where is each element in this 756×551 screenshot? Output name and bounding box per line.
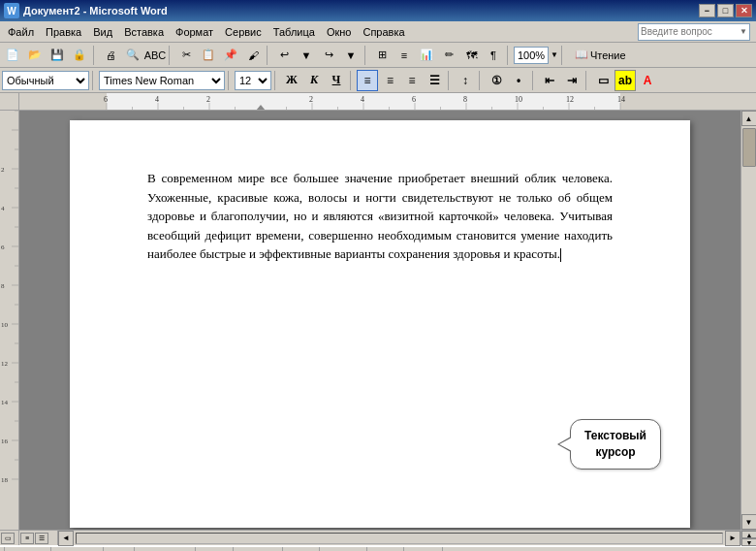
align-left-button[interactable]: ≡: [357, 70, 378, 91]
italic-button[interactable]: К: [303, 70, 325, 91]
document-text[interactable]: В современном мире все большее значение …: [147, 169, 613, 264]
new-button[interactable]: 📄: [2, 45, 23, 66]
increase-indent-button[interactable]: ⇥: [561, 70, 583, 91]
horizontal-scroll-area[interactable]: ◄ ►: [58, 531, 740, 545]
drawing-button[interactable]: ✏: [438, 45, 459, 66]
menu-format[interactable]: Формат: [170, 24, 219, 40]
menu-help[interactable]: Справка: [357, 24, 410, 40]
callout-container: Текстовыйкурсор: [570, 419, 661, 470]
open-button[interactable]: 📂: [24, 45, 46, 66]
search-box[interactable]: ▼: [638, 23, 750, 41]
permission-button[interactable]: 🔒: [69, 45, 90, 66]
scroll-right-button[interactable]: ►: [725, 531, 740, 546]
reading-button[interactable]: 📖 Чтение: [568, 46, 633, 64]
zoom-input[interactable]: [514, 47, 549, 64]
save-button[interactable]: 💾: [47, 45, 68, 66]
search-dropdown-icon[interactable]: ▼: [740, 27, 747, 36]
toolbar-standard: 📄 📂 💾 🔒 🖨 🔍 ABC ✂ 📋 📌 🖌 ↩ ▼ ↪ ▼ ⊞ ≡ 📊 ✏ …: [0, 43, 756, 68]
menu-file[interactable]: Файл: [2, 24, 40, 40]
h-scroll-track[interactable]: [76, 533, 723, 544]
status-position: На 4,4см: [135, 547, 195, 551]
toolbar-formatting: Обычный Times New Roman 12 Ж К Ч ≡ ≡ ≡ ☰…: [0, 68, 756, 93]
format-painter-button[interactable]: 🖌: [242, 45, 264, 66]
status-track: ИСПР: [320, 547, 366, 551]
paste-button[interactable]: 📌: [220, 45, 241, 66]
menu-insert[interactable]: Вставка: [118, 24, 170, 40]
page-nav-buttons: ▲ ▼: [740, 531, 756, 545]
search-input[interactable]: [641, 26, 738, 37]
bottom-left-corner: ▭: [0, 531, 19, 545]
font-select[interactable]: Times New Roman: [99, 71, 225, 90]
menu-edit[interactable]: Правка: [40, 24, 87, 40]
menu-tools[interactable]: Сервис: [219, 24, 268, 40]
scroll-down-button[interactable]: ▼: [741, 514, 757, 530]
document-page[interactable]: В современном мире все большее значение …: [70, 120, 690, 528]
fmt-sep-5: [448, 71, 452, 90]
underline-button[interactable]: Ч: [326, 70, 347, 91]
scroll-left-button[interactable]: ◄: [58, 531, 74, 546]
insert-chart-button[interactable]: 📊: [416, 45, 437, 66]
redo-button[interactable]: ↪: [318, 45, 339, 66]
window-controls: − □ ✕: [699, 4, 752, 17]
status-extend: ВДЛ: [367, 547, 405, 551]
prev-page-button[interactable]: ▲: [741, 531, 756, 538]
scroll-up-button[interactable]: ▲: [741, 111, 757, 126]
align-right-button[interactable]: ≡: [401, 70, 423, 91]
print-preview-button[interactable]: 🔍: [122, 45, 143, 66]
line-spacing-button[interactable]: ↕: [455, 70, 476, 91]
web-view-button[interactable]: ≡: [20, 533, 34, 544]
insert-table-button[interactable]: ⊞: [371, 45, 393, 66]
numbering-button[interactable]: ①: [486, 70, 507, 91]
outside-border-button[interactable]: ▭: [592, 70, 614, 91]
zoom-control[interactable]: ▼: [514, 47, 558, 64]
status-page-count: 1/1: [104, 547, 135, 551]
scroll-track[interactable]: [741, 126, 756, 514]
font-control[interactable]: Times New Roman: [99, 71, 225, 90]
next-page-button[interactable]: ▼: [741, 538, 756, 546]
maximize-button[interactable]: □: [717, 4, 734, 17]
menu-bar: Файл Правка Вид Вставка Формат Сервис Та…: [0, 21, 756, 43]
style-select[interactable]: Обычный: [2, 71, 89, 90]
highlight-button[interactable]: ab: [614, 70, 636, 91]
undo-button[interactable]: ↩: [273, 45, 295, 66]
ruler-area: [0, 93, 756, 111]
menu-view[interactable]: Вид: [87, 24, 118, 40]
text-cursor: [560, 248, 561, 262]
cut-button[interactable]: ✂: [175, 45, 197, 66]
main-area: В современном мире все большее значение …: [0, 111, 756, 530]
separator-5: [507, 46, 511, 65]
bullets-button[interactable]: •: [508, 70, 529, 91]
close-button[interactable]: ✕: [736, 4, 752, 17]
size-control[interactable]: 12: [235, 71, 271, 90]
print-button[interactable]: 🖨: [100, 45, 121, 66]
print-layout-button[interactable]: ☰: [35, 533, 48, 544]
zoom-dropdown-icon[interactable]: ▼: [551, 50, 558, 59]
scroll-area[interactable]: В современном мире все большее значение …: [19, 111, 740, 530]
document-map-button[interactable]: 🗺: [460, 45, 482, 66]
decrease-indent-button[interactable]: ⇤: [539, 70, 560, 91]
minimize-button[interactable]: −: [699, 4, 715, 17]
menu-table[interactable]: Таблица: [268, 24, 321, 40]
document-content: В современном мире все большее значение …: [147, 171, 613, 261]
font-color-button[interactable]: A: [637, 70, 658, 91]
normal-view-button[interactable]: ▭: [1, 533, 15, 544]
separator-1: [93, 46, 97, 65]
bold-button[interactable]: Ж: [281, 70, 302, 91]
menu-window[interactable]: Окно: [321, 24, 358, 40]
show-hide-button[interactable]: ¶: [483, 45, 504, 66]
status-bar: Стр. 1 Разд. 1 1/1 На 4,4см Ст 6 Кол 52 …: [0, 545, 756, 551]
size-select[interactable]: 12: [235, 71, 271, 90]
status-rec: ЗАП: [283, 547, 321, 551]
insert-columns-button[interactable]: ≡: [394, 45, 415, 66]
status-section: Разд. 1: [51, 547, 103, 551]
style-control[interactable]: Обычный: [2, 71, 89, 90]
copy-button[interactable]: 📋: [198, 45, 219, 66]
redo-dropdown-button[interactable]: ▼: [340, 45, 362, 66]
spelling-button[interactable]: ABC: [144, 45, 166, 66]
vertical-scrollbar[interactable]: ▲ ▼: [740, 111, 756, 530]
undo-dropdown-button[interactable]: ▼: [296, 45, 317, 66]
scroll-thumb[interactable]: [742, 128, 756, 167]
align-justify-button[interactable]: ☰: [424, 70, 445, 91]
fmt-sep-2: [228, 71, 232, 90]
align-center-button[interactable]: ≡: [379, 70, 400, 91]
